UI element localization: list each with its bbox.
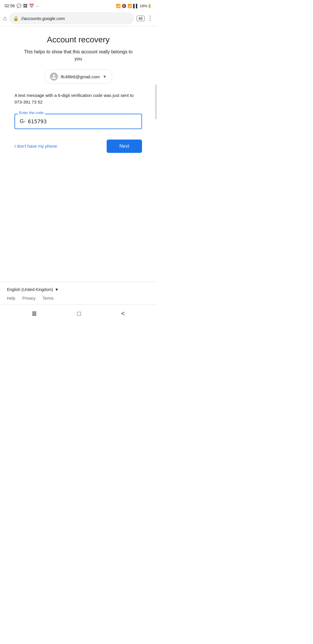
nav-menu-icon[interactable]: ≣	[32, 310, 37, 317]
avatar	[50, 73, 58, 81]
time-display: 02:56	[5, 3, 15, 8]
input-label: Enter the code	[18, 111, 45, 115]
language-selector[interactable]: English (United Kingdom) ▼	[7, 287, 150, 292]
image-icon: 🖼	[23, 3, 27, 8]
help-link[interactable]: Help	[7, 296, 15, 301]
no-phone-link[interactable]: I don't have my phone	[14, 144, 57, 149]
page-subtitle: This helps to show that this account rea…	[23, 48, 133, 62]
account-email: lfc4life6@gmail.com	[61, 74, 100, 79]
bluetooth-icon: 📶	[116, 4, 121, 8]
actions-row: I don't have my phone Next	[14, 140, 142, 153]
language-chevron-icon: ▼	[55, 287, 59, 292]
lock-icon: 🔒	[13, 16, 19, 21]
next-button[interactable]: Next	[107, 140, 142, 153]
footer: English (United Kingdom) ▼ Help Privacy …	[0, 282, 156, 305]
code-input-wrapper: Enter the code G-	[14, 114, 142, 129]
mute-icon: 🔇	[122, 4, 126, 8]
url-bar[interactable]: 🔒 //accounts.google.com	[9, 12, 134, 24]
code-input-field[interactable]: G-	[14, 114, 142, 129]
browser-menu-icon[interactable]: ⋮	[147, 15, 154, 22]
wifi-icon: 📶	[128, 4, 132, 8]
language-label: English (United Kingdom)	[7, 287, 53, 292]
url-text: //accounts.google.com	[21, 16, 130, 21]
code-prefix: G-	[20, 118, 26, 124]
calendar-icon: 📅	[29, 3, 34, 8]
chat-icon: 💬	[17, 3, 21, 8]
signal-icon: ▌▌	[133, 4, 139, 8]
privacy-link[interactable]: Privacy	[22, 296, 36, 301]
status-indicators: 📶 🔇 📶 ▌▌ 18%🔋	[116, 4, 152, 8]
scrollbar	[155, 84, 156, 119]
status-time: 02:56 💬 🖼 📅 ···	[5, 3, 39, 8]
page-title: Account recovery	[47, 35, 110, 44]
verification-text: A text message with a 6-digit verificati…	[14, 92, 142, 106]
status-bar: 02:56 💬 🖼 📅 ··· 📶 🔇 📶 ▌▌ 18%🔋	[0, 0, 156, 10]
code-value-input[interactable]	[28, 118, 137, 124]
main-content: Account recovery This helps to show that…	[0, 26, 156, 282]
browser-toolbar: ⌂ 🔒 //accounts.google.com 40 ⋮	[0, 10, 156, 26]
footer-links: Help Privacy Terms	[7, 296, 150, 301]
battery-text: 18%🔋	[140, 4, 152, 8]
home-icon[interactable]: ⌂	[3, 15, 7, 22]
tab-count[interactable]: 40	[137, 16, 145, 21]
nav-home-icon[interactable]: □	[77, 310, 81, 317]
nav-bar: ≣ □ <	[0, 305, 156, 322]
dots-icon: ···	[36, 3, 39, 8]
account-selector[interactable]: lfc4life6@gmail.com ▼	[44, 69, 112, 84]
chevron-down-icon: ▼	[103, 74, 107, 79]
terms-link[interactable]: Terms	[43, 296, 54, 301]
nav-back-icon[interactable]: <	[121, 310, 125, 317]
